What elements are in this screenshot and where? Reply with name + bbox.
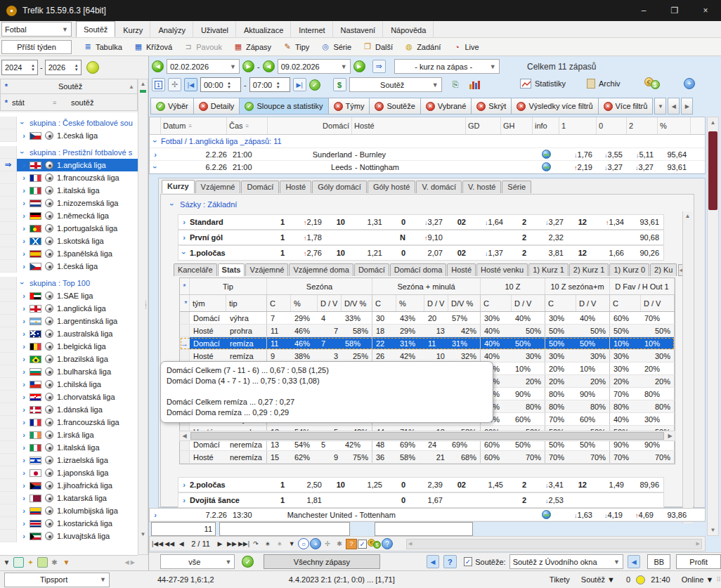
- column-stat[interactable]: stát: [12, 98, 53, 107]
- stats-tab-2kurz1[interactable]: 2) Kurz 1: [569, 263, 609, 276]
- toolbar-tips-pencil-button[interactable]: ✎Tipy: [277, 39, 315, 55]
- league-item[interactable]: ›1.chilská liga: [0, 378, 138, 391]
- year-to-spinner[interactable]: 2026▲▼: [45, 60, 82, 75]
- odds-row-standard[interactable]: ›Standard1↑2,19101,310↓3,2702↓1,642↓3,27…: [178, 214, 664, 230]
- match-row[interactable]: ›6.2.2621:00Leeds- Nottingham↑2,19↓3,27↓…: [150, 161, 705, 174]
- column-header-gh[interactable]: GH: [501, 117, 533, 134]
- spinner-arrows-icon[interactable]: ▲▼: [72, 63, 81, 72]
- sidebar-splitter[interactable]: ⁞⁞: [143, 302, 148, 320]
- scroll-down-icon[interactable]: ▼: [708, 525, 717, 535]
- odds-row-1poloas[interactable]: ›1.poločas1↑2,76101,2102,0702↓1,3723,811…: [178, 245, 664, 261]
- statistiky-button[interactable]: Statistiky: [520, 79, 566, 89]
- odds-row-2poloas[interactable]: ›2.poločas12,50101,2502,39021,452↓3,4112…: [178, 477, 664, 492]
- skip-start-icon[interactable]: |◀: [184, 78, 197, 91]
- league-item[interactable]: ›1.nizozemská liga: [0, 197, 138, 209]
- stats-colgroup-seznaminul[interactable]: Sezóna + minulá: [372, 278, 481, 294]
- league-item[interactable]: ›1.španělská liga: [0, 247, 138, 260]
- filter-button-tmy[interactable]: ×Týmy: [328, 98, 370, 115]
- league-item[interactable]: ›1.francouzská liga: [0, 171, 138, 184]
- stats-tab-1kurz0[interactable]: 1) Kurz 0: [609, 263, 649, 276]
- league-item[interactable]: ›1.jihoafrická liga: [0, 479, 138, 492]
- expand-icon[interactable]: ›: [18, 532, 30, 540]
- league-item[interactable]: ›1.irská liga: [0, 429, 138, 441]
- filter-star-icon[interactable]: *: [180, 295, 190, 311]
- detail-tab-glyhost[interactable]: Góly hosté: [368, 181, 416, 193]
- league-item[interactable]: ›1.italská liga: [0, 184, 138, 197]
- expand-icon[interactable]: ›: [178, 218, 190, 226]
- league-item[interactable]: ›1.portugalská liga: [0, 222, 138, 235]
- status-online[interactable]: Online ▼: [676, 575, 715, 584]
- match-row[interactable]: ›7.2.2613:30Manchester United- Tottenham…: [150, 509, 705, 521]
- league-item[interactable]: ›1.argentinská liga: [0, 315, 138, 327]
- scroll-up-icon[interactable]: ▲: [683, 211, 692, 221]
- gear-icon[interactable]: ✱: [49, 557, 60, 568]
- record-count-input[interactable]: 11: [151, 522, 216, 536]
- scroll-up-icon[interactable]: ▲: [708, 118, 717, 127]
- stats-tab-domcdoma[interactable]: Domácí doma: [390, 263, 446, 276]
- filter-star-icon[interactable]: *: [180, 278, 190, 294]
- funnel-icon[interactable]: ▼: [286, 538, 297, 549]
- expand-icon[interactable]: ›: [178, 233, 190, 242]
- stats-subcol[interactable]: C: [610, 295, 641, 311]
- column-header-1[interactable]: 1: [559, 117, 597, 134]
- expand-icon[interactable]: ›: [18, 249, 30, 258]
- column-header-datum[interactable]: Datum≡: [161, 117, 227, 134]
- date-next-icon[interactable]: ▶: [242, 60, 254, 72]
- expand-icon[interactable]: ›: [151, 162, 160, 173]
- stats-tab-2ku[interactable]: 2) Ku: [650, 263, 677, 276]
- soutez-select[interactable]: Soutěž▼: [349, 77, 442, 92]
- grid-export-icon[interactable]: ⎘: [449, 78, 462, 91]
- help-square-icon[interactable]: ?: [443, 555, 456, 568]
- nav-last-icon[interactable]: ▶▶|: [238, 538, 249, 549]
- stats-subcol[interactable]: D / V: [424, 295, 448, 311]
- menu-tab-nastaven[interactable]: Nastavení: [333, 21, 384, 37]
- filter-input-1[interactable]: [219, 522, 350, 536]
- league-item[interactable]: ›1.dánská liga: [0, 403, 138, 416]
- sport-select[interactable]: Fotbal ▼: [1, 22, 72, 37]
- stats-subcol[interactable]: D / V: [318, 295, 342, 311]
- column-header-[interactable]: %: [658, 117, 691, 134]
- stats-subcol[interactable]: tip: [226, 295, 267, 311]
- column-header-host[interactable]: Hosté: [352, 117, 466, 134]
- calendar-day-icon[interactable]: 1: [152, 78, 165, 91]
- magnifier-icon[interactable]: ○: [298, 538, 309, 549]
- stats-subcol[interactable]: tým: [190, 295, 226, 311]
- archiv-button[interactable]: Archiv: [587, 79, 621, 89]
- expand-icon[interactable]: ›: [18, 519, 30, 528]
- stats-colgroup-tip[interactable]: Tip: [190, 278, 267, 294]
- league-item[interactable]: ›1.japonská liga: [0, 466, 138, 479]
- league-item[interactable]: ›1.česká liga: [0, 260, 138, 273]
- stats-tab-hostvenku[interactable]: Hosté venku: [476, 263, 528, 276]
- expand-icon[interactable]: ›: [18, 431, 30, 439]
- status-soutez[interactable]: Soutěž ▼: [576, 575, 621, 584]
- clipboard-icon[interactable]: ?: [346, 539, 357, 549]
- menu-tab-npovda[interactable]: Nápověda: [383, 21, 434, 37]
- league-item[interactable]: ›1.italská liga: [0, 441, 138, 454]
- time-from-spinner[interactable]: 00:00▲▼: [200, 77, 241, 92]
- date2-next-icon[interactable]: ▶: [353, 60, 365, 72]
- collapse-icon[interactable]: ›: [151, 136, 160, 147]
- nav-next-icon[interactable]: ▶: [214, 538, 226, 549]
- stats-tab-host[interactable]: Hosté: [447, 263, 476, 276]
- checkbox-icon[interactable]: ✓: [358, 540, 367, 549]
- scroll-thumb[interactable]: [190, 432, 664, 440]
- detail-tab-vdomc[interactable]: V. domácí: [416, 181, 462, 193]
- date-to-select[interactable]: 09.02.2026▼: [278, 59, 351, 74]
- maximize-button[interactable]: ❐: [659, 0, 690, 21]
- asterisk-dim-icon[interactable]: ∗: [274, 538, 285, 549]
- expand-icon[interactable]: ›: [18, 262, 30, 270]
- league-item[interactable]: ›1.anglická liga: [0, 302, 138, 315]
- scroll-left-icon[interactable]: ◀: [668, 98, 680, 115]
- league-item[interactable]: ›1.kostarická liga: [0, 517, 138, 530]
- time-to-spinner[interactable]: 07:00▲▼: [249, 77, 290, 92]
- sazky-header[interactable]: › Sázky : Základní: [167, 200, 237, 209]
- filter-button-vybran[interactable]: ×Vybrané: [420, 98, 472, 115]
- asterisk-icon[interactable]: ∗: [262, 538, 273, 549]
- stats-row[interactable]: Hostéprohra1146%758%1829%1342%40%50%50%5…: [180, 325, 675, 337]
- menu-tab-uivatel[interactable]: Uživatel: [193, 21, 236, 37]
- confirm-time-icon[interactable]: ✓: [309, 79, 320, 91]
- toolbar-entry-database-button[interactable]: ◍Zadání: [398, 39, 446, 55]
- expand-icon[interactable]: ›: [18, 211, 30, 220]
- stats-row[interactable]: Hosténeremíza1562%975%3658%2168%60%70%70…: [180, 451, 675, 464]
- menu-tab-analzy[interactable]: Analýzy: [150, 21, 193, 37]
